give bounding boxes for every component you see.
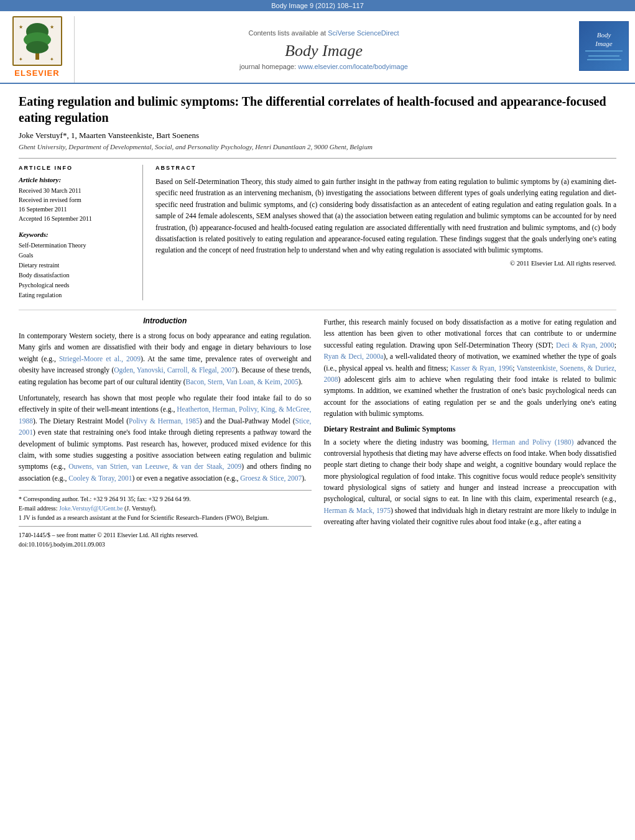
journal-header: ★ ★ ✦ ✦ ELSEVIER Contents lists availabl…	[0, 11, 635, 84]
journal-homepage-link[interactable]: www.elsevier.com/locate/bodyimage	[298, 63, 408, 70]
journal-logo-title: BodyImage	[595, 30, 613, 48]
footnote-star: * Corresponding author. Tel.: +32 9 264 …	[19, 494, 312, 504]
journal-logo-box: BodyImage	[579, 21, 629, 71]
ref-polivy-herman[interactable]: Polivy & Herman, 1985	[129, 417, 200, 425]
article-info-label: ARTICLE INFO	[19, 165, 133, 171]
ref-striegel-moore[interactable]: Striegel-Moore et al., 2009	[59, 355, 141, 362]
article-info-abstract-section: ARTICLE INFO Article history: Received 3…	[19, 158, 616, 300]
keyword-4: Body dissatisfaction	[19, 270, 133, 280]
svg-text:★: ★	[50, 24, 54, 30]
intro-para-2: Unfortunately, research has shown that m…	[19, 392, 312, 484]
keyword-1: Self-Determination Theory	[19, 241, 133, 251]
ref-deci-ryan-2000[interactable]: Deci & Ryan, 2000	[556, 341, 614, 349]
abstract-col: ABSTRACT Based on Self-Determination The…	[155, 165, 616, 300]
received-date: Received 30 March 2011	[19, 186, 133, 195]
right-para-2: In a society where the dieting industry …	[324, 436, 617, 528]
ref-groesz[interactable]: Groesz & Stice, 2007	[240, 474, 302, 482]
keyword-6: Eating regulation	[19, 290, 133, 300]
article-info-col: ARTICLE INFO Article history: Received 3…	[19, 165, 143, 300]
svg-text:✦: ✦	[19, 57, 23, 62]
footnote-one: 1 JV is funded as a research assistant a…	[19, 513, 312, 522]
introduction-heading: Introduction	[19, 316, 312, 325]
body-left-col: Introduction In contemporary Western soc…	[19, 316, 312, 549]
dietary-restraint-heading: Dietary Restraint and Bulimic Symptoms	[324, 425, 617, 434]
footnote-email: E-mail address: Joke.Verstuyf@UGent.be (…	[19, 504, 312, 513]
right-para-1: Further, this research mainly focused on…	[324, 316, 617, 420]
elsevier-logo-section: ★ ★ ✦ ✦ ELSEVIER	[0, 16, 75, 83]
bottom-doi: doi:10.1016/j.bodyim.2011.09.003	[19, 540, 312, 549]
intro-para-1: In contemporary Western society, there i…	[19, 330, 312, 387]
ref-herman-polivy-1980[interactable]: Herman and Polivy (1980)	[492, 438, 573, 446]
affiliation-line: Ghent University, Department of Developm…	[19, 143, 616, 150]
elsevier-brand-text: ELSEVIER	[14, 68, 59, 78]
abstract-label: ABSTRACT	[155, 165, 616, 171]
ref-herman-mack[interactable]: Herman & Mack, 1975	[324, 507, 391, 514]
body-text-section: Introduction In contemporary Western soc…	[19, 310, 616, 549]
svg-text:★: ★	[19, 24, 23, 30]
elsevier-tree-icon: ★ ★ ✦ ✦	[12, 16, 62, 66]
ref-ogden[interactable]: Ogden, Yanovski, Carroll, & Flegal, 2007	[114, 366, 235, 374]
accepted-date: Accepted 16 September 2011	[19, 214, 133, 223]
journal-homepage-line: journal homepage: www.elsevier.com/locat…	[239, 63, 408, 70]
author-names: Joke Verstuyf*, 1, Maarten Vansteenkiste…	[19, 131, 199, 140]
bottom-line1: 1740-1445/$ – see front matter © 2011 El…	[19, 530, 312, 540]
body-right-col: Further, this research mainly focused on…	[324, 316, 617, 549]
revised-label: Received in revised form	[19, 195, 133, 205]
footnotes-section: * Corresponding author. Tel.: +32 9 264 …	[19, 490, 312, 522]
article-title: Eating regulation and bulimic symptoms: …	[19, 93, 616, 126]
keywords-label: Keywords:	[19, 231, 133, 238]
keyword-2: Goals	[19, 251, 133, 261]
abstract-text: Based on Self-Determination Theory, this…	[155, 176, 616, 256]
journal-citation: Body Image 9 (2012) 108–117	[271, 2, 364, 9]
keywords-section: Keywords: Self-Determination Theory Goal…	[19, 231, 133, 300]
ref-ouwens[interactable]: Ouwens, van Strien, van Leeuwe, & van de…	[68, 463, 241, 470]
bottom-bar: 1740-1445/$ – see front matter © 2011 El…	[19, 526, 312, 549]
article-history-label: Article history:	[19, 176, 133, 183]
journal-title-header: Body Image	[285, 42, 363, 60]
svg-point-4	[26, 41, 49, 53]
copyright-line: © 2011 Elsevier Ltd. All rights reserved…	[155, 260, 616, 267]
svg-text:✦: ✦	[50, 57, 54, 62]
revised-date: 16 September 2011	[19, 205, 133, 214]
journal-citation-bar: Body Image 9 (2012) 108–117	[0, 0, 635, 11]
authors-line: Joke Verstuyf*, 1, Maarten Vansteenkiste…	[19, 131, 616, 141]
journal-logo-right: BodyImage	[573, 16, 635, 83]
sciverse-link[interactable]: SciVerse ScienceDirect	[328, 29, 399, 37]
journal-center-info: Contents lists available at SciVerse Sci…	[75, 16, 573, 83]
keyword-3: Dietary restraint	[19, 261, 133, 270]
ref-ryan-deci-2000a[interactable]: Ryan & Deci, 2000a	[324, 353, 384, 360]
keyword-5: Psychological needs	[19, 280, 133, 290]
main-content: Eating regulation and bulimic symptoms: …	[0, 84, 635, 558]
ref-bacon[interactable]: Bacon, Stern, Van Loan, & Keim, 2005	[186, 378, 299, 385]
sciverse-line: Contents lists available at SciVerse Sci…	[248, 29, 399, 37]
email-link[interactable]: Joke.Verstuyf@UGent.be	[59, 505, 123, 512]
ref-cooley[interactable]: Cooley & Toray, 2001	[68, 474, 132, 482]
ref-kasser-ryan[interactable]: Kasser & Ryan, 1996	[450, 364, 512, 372]
